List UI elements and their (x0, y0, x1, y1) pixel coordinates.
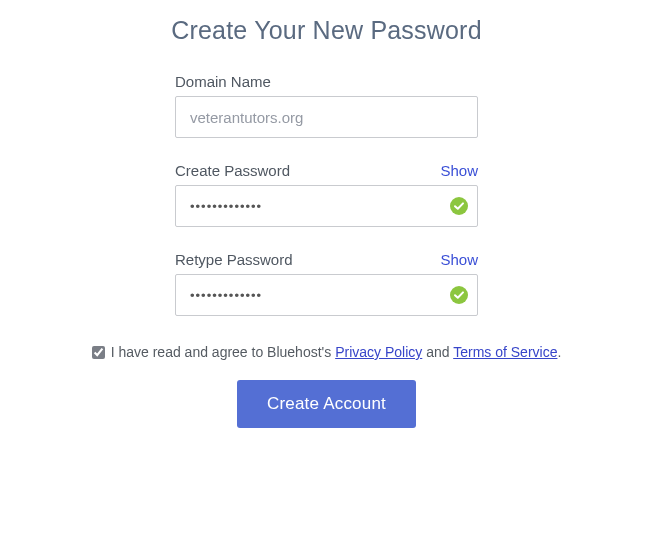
domain-name-input[interactable] (175, 96, 478, 138)
retype-password-input[interactable] (175, 274, 478, 316)
create-password-label: Create Password (175, 162, 290, 179)
consent-prefix: I have read and agree to Bluehost's (111, 344, 336, 360)
svg-point-1 (450, 286, 468, 304)
create-password-input[interactable] (175, 185, 478, 227)
consent-checkbox[interactable] (92, 346, 105, 359)
show-password-link[interactable]: Show (440, 162, 478, 179)
show-retype-link[interactable]: Show (440, 251, 478, 268)
consent-mid: and (422, 344, 453, 360)
create-password-group: Create Password Show (175, 162, 478, 227)
consent-text: I have read and agree to Bluehost's Priv… (111, 344, 562, 360)
check-circle-icon (450, 286, 468, 304)
consent-row: I have read and agree to Bluehost's Priv… (92, 344, 562, 360)
privacy-policy-link[interactable]: Privacy Policy (335, 344, 422, 360)
domain-name-group: Domain Name (175, 73, 478, 138)
domain-name-label: Domain Name (175, 73, 271, 90)
svg-point-0 (450, 197, 468, 215)
page-title: Create Your New Password (171, 16, 482, 45)
retype-password-group: Retype Password Show (175, 251, 478, 316)
consent-suffix: . (557, 344, 561, 360)
create-account-button[interactable]: Create Account (237, 380, 416, 428)
retype-password-label: Retype Password (175, 251, 293, 268)
terms-of-service-link[interactable]: Terms of Service (453, 344, 557, 360)
check-circle-icon (450, 197, 468, 215)
